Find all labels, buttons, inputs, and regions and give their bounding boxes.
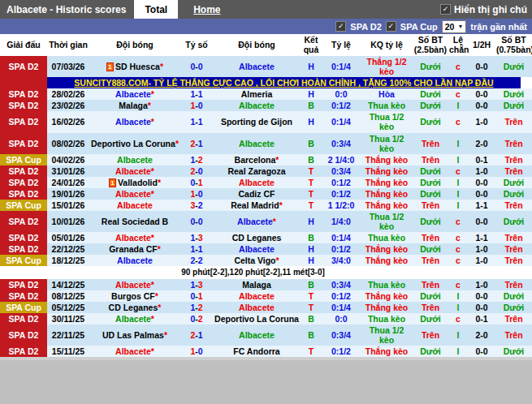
goals-25-result: Dưới — [413, 88, 448, 100]
goals-25-result: Dưới — [413, 177, 448, 188]
match-date: 30/11/25 — [47, 313, 89, 324]
recent-count-select[interactable]: 20 ▼ — [442, 20, 467, 33]
odds: 0:0 — [322, 313, 361, 324]
league-badge: SPA Cup — [0, 302, 47, 313]
away-team-name: Albacete — [239, 178, 275, 187]
league-badge: SPA D2 — [0, 100, 47, 111]
halftime-score: 0-1 — [468, 313, 495, 324]
league-badge: SPA D2 — [0, 111, 47, 132]
spa-d2-label: SPA D2 — [350, 22, 382, 32]
tab-home[interactable]: Home — [183, 0, 231, 19]
odds: 3/4:0 — [322, 255, 361, 266]
odds: 2 1/4:0 — [322, 154, 361, 165]
goals-075-result: Dưới — [495, 302, 532, 313]
goals-25-result: Dưới — [413, 56, 448, 77]
show-notes-checkbox[interactable]: ✓ — [440, 4, 451, 15]
home-team: Albacete* — [89, 88, 180, 100]
league-badge: SPA D2 — [0, 313, 47, 324]
goals-25-result: Trên — [413, 232, 448, 243]
col-header-goals-075: Số BT (0.75bàn) — [495, 34, 532, 56]
away-team-name: Albacete — [239, 139, 275, 148]
favorite-star: * — [151, 280, 154, 290]
spa-d2-checkbox[interactable]: ✓ — [335, 21, 346, 32]
result: T — [301, 177, 322, 188]
result: H — [301, 111, 322, 132]
goals-25-result: Dưới — [413, 111, 448, 132]
match-row: SPA Cup 04/02/26 Albacete 1-2 Barcelona*… — [0, 154, 532, 165]
handicap-result: Thua 1/2 kèo — [361, 211, 413, 232]
match-row: SPA D2 30/11/25 Albacete* 0-2 Deportivo … — [0, 313, 532, 324]
home-team: Albacete* — [89, 279, 180, 290]
favorite-star: * — [276, 256, 279, 265]
match-date: 31/01/26 — [47, 165, 89, 177]
tab-total[interactable]: Total — [134, 0, 178, 19]
league-badge: SPA D2 — [0, 88, 47, 100]
away-team: Albacete — [213, 290, 301, 302]
goals-25-result: Trên — [413, 255, 448, 266]
goals-075-result: Trên — [495, 279, 532, 290]
home-team: Real Sociedad B — [89, 211, 180, 232]
away-team: Cadiz CF — [213, 188, 301, 200]
penalty-note: 90 phút[2-2],120 phút[2-2],11 mét[3-0] — [47, 266, 532, 279]
favorite-star: * — [275, 155, 279, 165]
matches-body: SPA D2 07/03/26 1SD Huesca* 0-0 Albacete… — [0, 56, 532, 357]
favorite-star: * — [151, 117, 154, 127]
favorite-star: * — [151, 233, 154, 243]
goals-075-result: Dưới — [495, 88, 532, 100]
recent-count-value: 20 — [445, 22, 455, 32]
halftime-score: 1-0 — [468, 243, 495, 255]
match-date: 08/02/26 — [47, 133, 89, 154]
score: 1-3 — [180, 232, 213, 243]
goals-25-result: Trên — [413, 154, 448, 165]
goals-25-result: Dưới — [413, 211, 448, 232]
odds: 0:3/4 — [322, 279, 361, 290]
promo-banner-link[interactable]: SUNCITY888.COM- TỶ LỆ THẮNG CỰC CAO , LỐ… — [47, 77, 521, 88]
result: T — [301, 165, 322, 177]
goals-075-result: Dưới — [495, 100, 532, 111]
spa-cup-checkbox[interactable]: ✓ — [386, 21, 396, 32]
match-date: 07/03/26 — [47, 56, 89, 77]
halftime-score: 1-0 — [468, 255, 495, 266]
away-team: Real Zaragoza — [213, 165, 301, 177]
halftime-score: 1-0 — [468, 111, 495, 132]
away-team: CD Leganes — [213, 232, 301, 243]
goals-25-result: Trên — [413, 200, 448, 211]
halftime-score: 0-0 — [468, 177, 495, 188]
odd-even: c — [448, 111, 468, 132]
halftime-score: 0-0 — [468, 188, 495, 200]
away-team: Albacete — [213, 177, 301, 188]
halftime-score: 2-0 — [468, 133, 495, 154]
goals-075-result: Trên — [495, 133, 532, 154]
matches-table: Giải đấu Thời gian Đội bóng Tỷ số Đội bó… — [0, 34, 532, 357]
away-team: Deportivo La Coruna — [213, 313, 301, 324]
away-team-name: Albacete — [239, 330, 275, 340]
col-header-odds: Tỷ lệ — [322, 34, 361, 56]
odds: 0:1/2 — [322, 177, 361, 188]
away-team-name: CD Leganes — [232, 233, 282, 243]
odd-even: c — [448, 313, 468, 324]
halftime-score: 0-1 — [468, 154, 495, 165]
odd-even: l — [448, 100, 468, 111]
away-team: Albacete — [213, 56, 301, 77]
odds: 0:3/4 — [322, 165, 361, 177]
home-team-name: Malaga — [119, 101, 148, 110]
handicap-result: Thua 1/2 kèo — [361, 111, 413, 132]
favorite-star: * — [151, 189, 154, 199]
odds: 0:1/2 — [322, 100, 361, 111]
goals-075-result: Trên — [495, 243, 532, 255]
handicap-result: Thắng kèo — [361, 188, 413, 200]
match-date: 18/12/25 — [47, 255, 89, 266]
home-team: Deportivo La Coruna* — [89, 133, 180, 154]
score: 1-0 — [180, 100, 213, 111]
handicap-result: Hòa — [361, 88, 413, 100]
halftime-score: 0-0 — [468, 211, 495, 232]
away-team-name: Albacete — [239, 101, 275, 110]
score: 0-2 — [180, 313, 213, 324]
favorite-star: * — [151, 346, 154, 356]
favorite-star: * — [151, 89, 154, 99]
odds: 0:1/2 — [322, 290, 361, 302]
league-badge: SPA D2 — [0, 232, 47, 243]
home-team: CD Leganes* — [89, 302, 180, 313]
score: 1-1 — [180, 243, 213, 255]
goals-075-result: Trên — [495, 232, 532, 243]
